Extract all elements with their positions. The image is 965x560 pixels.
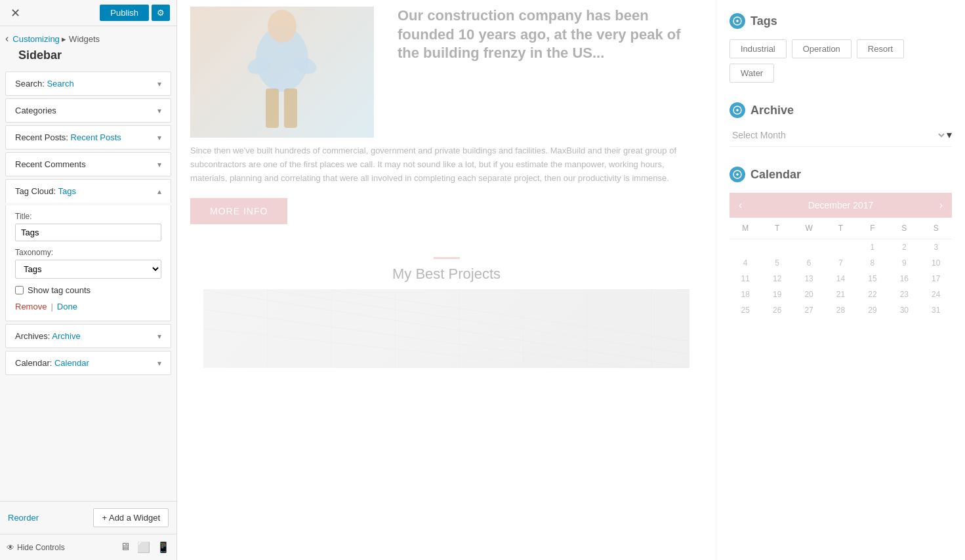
- taxonomy-label: Taxonomy:: [15, 248, 161, 257]
- breadcrumb-parent[interactable]: Customizing: [12, 34, 60, 44]
- calendar-cell[interactable]: 14: [825, 271, 856, 287]
- calendar-icon: [729, 167, 745, 182]
- widget-recent-posts-arrow: ▾: [157, 133, 161, 142]
- left-panel: ✕ Publish ⚙ ‹ Customizing ▸ Widgets Side…: [0, 0, 177, 560]
- calendar-cell[interactable]: 7: [825, 255, 856, 271]
- calendar-cell[interactable]: 4: [729, 255, 761, 271]
- calendar-prev-button[interactable]: ‹: [739, 199, 742, 211]
- done-link[interactable]: Done: [57, 302, 77, 311]
- add-widget-button[interactable]: + Add a Widget: [93, 508, 169, 527]
- tag-cloud-expanded: Title: Taxonomy: Tags Categories Post Fo…: [5, 205, 171, 321]
- article-top: Our construction company has been founde…: [190, 7, 703, 138]
- calendar-cell[interactable]: 12: [761, 271, 792, 287]
- calendar-cell[interactable]: 19: [761, 287, 792, 302]
- day-m: M: [729, 222, 761, 235]
- hide-controls-icon: 👁: [7, 543, 14, 552]
- article-heading: Our construction company has been founde…: [398, 7, 703, 63]
- tablet-icon[interactable]: ⬜: [137, 541, 150, 553]
- svg-point-1: [268, 10, 297, 43]
- right-sidebar: Tags Industrial Operation Resort Water A…: [716, 0, 965, 560]
- widget-search-label: Search: Search: [15, 79, 74, 89]
- archive-select-wrapper: Select Month ▾: [729, 129, 952, 147]
- calendar-cell: [761, 239, 792, 255]
- calendar-cell: [825, 239, 856, 255]
- calendar-cell[interactable]: 29: [857, 302, 888, 318]
- calendar-cell[interactable]: 13: [793, 271, 825, 287]
- tags-widget-title: Tags: [750, 14, 777, 28]
- calendar-cell[interactable]: 9: [888, 255, 920, 271]
- projects-svg: [203, 289, 689, 368]
- calendar-month-year: December 2017: [808, 200, 874, 210]
- more-info-button[interactable]: MORE INFO: [190, 198, 287, 224]
- person-svg: [239, 7, 325, 138]
- title-input[interactable]: [15, 224, 161, 241]
- calendar-widget-title: Calendar: [750, 168, 801, 182]
- projects-section: My Best Projects: [190, 244, 703, 381]
- calendar-cell[interactable]: 3: [920, 239, 952, 255]
- tag-operation[interactable]: Operation: [792, 39, 852, 58]
- calendar-cell[interactable]: 22: [857, 287, 888, 302]
- widget-categories[interactable]: Categories ▾: [5, 98, 171, 123]
- calendar-cell[interactable]: 10: [920, 255, 952, 271]
- calendar-cell[interactable]: 1: [857, 239, 888, 255]
- widget-tag-cloud-arrow: ▴: [157, 187, 161, 196]
- widget-tag-cloud[interactable]: Tag Cloud: Tags ▴: [5, 179, 171, 203]
- widget-categories-label: Categories: [15, 106, 56, 115]
- hide-controls[interactable]: 👁 Hide Controls: [7, 543, 65, 552]
- calendar-cell[interactable]: 5: [761, 255, 792, 271]
- calendar-cell[interactable]: 16: [888, 271, 920, 287]
- taxonomy-select[interactable]: Tags Categories Post Format: [15, 260, 161, 279]
- calendar-cell[interactable]: 8: [857, 255, 888, 271]
- calendar-cell[interactable]: 30: [888, 302, 920, 318]
- remove-link[interactable]: Remove: [15, 302, 47, 311]
- calendar-header: ‹ December 2017 ›: [729, 193, 952, 218]
- show-counts-checkbox[interactable]: [15, 286, 24, 294]
- breadcrumb-child: Widgets: [69, 34, 100, 44]
- center-content: Our construction company has been founde…: [177, 0, 716, 560]
- calendar-cell[interactable]: 28: [825, 302, 856, 318]
- tag-industrial[interactable]: Industrial: [729, 39, 787, 58]
- widget-calendar-label: Calendar: Calendar: [15, 358, 89, 368]
- calendar-next-button[interactable]: ›: [939, 199, 943, 211]
- widget-recent-comments-arrow: ▾: [157, 160, 161, 169]
- tag-resort[interactable]: Resort: [857, 39, 904, 58]
- calendar-cell[interactable]: 17: [920, 271, 952, 287]
- back-button[interactable]: ‹: [5, 33, 9, 45]
- calendar-cell[interactable]: 20: [793, 287, 825, 302]
- device-icons: 🖥 ⬜ 📱: [120, 541, 170, 553]
- hero-image: [190, 7, 374, 138]
- publish-button[interactable]: Publish: [100, 5, 149, 21]
- calendar-cell[interactable]: 6: [793, 255, 825, 271]
- breadcrumb-text: Customizing ▸ Widgets: [12, 34, 100, 44]
- gear-button[interactable]: ⚙: [152, 5, 170, 21]
- calendar-cell[interactable]: 23: [888, 287, 920, 302]
- widget-archives-arrow: ▾: [157, 332, 161, 341]
- desktop-icon[interactable]: 🖥: [120, 541, 131, 553]
- reorder-button[interactable]: Reorder: [8, 513, 39, 523]
- widget-categories-arrow: ▾: [157, 106, 161, 115]
- mobile-icon[interactable]: 📱: [157, 541, 170, 553]
- widget-tag-cloud-label: Tag Cloud: Tags: [15, 186, 76, 196]
- widget-recent-posts[interactable]: Recent Posts: Recent Posts ▾: [5, 125, 171, 150]
- calendar-cell[interactable]: 25: [729, 302, 761, 318]
- calendar-cell[interactable]: 15: [857, 271, 888, 287]
- article-section: Our construction company has been founde…: [177, 0, 716, 394]
- widget-archives[interactable]: Archives: Archive ▾: [5, 324, 171, 348]
- calendar-cell[interactable]: 26: [761, 302, 792, 318]
- widget-recent-comments[interactable]: Recent Comments ▾: [5, 152, 171, 176]
- widget-search[interactable]: Search: Search ▾: [5, 71, 171, 96]
- close-button[interactable]: ✕: [7, 5, 24, 22]
- calendar-widget: Calendar ‹ December 2017 › M T W T F S S: [729, 167, 952, 318]
- hide-controls-label: Hide Controls: [17, 543, 65, 552]
- calendar-cell[interactable]: 18: [729, 287, 761, 302]
- widget-calendar-arrow: ▾: [157, 359, 161, 368]
- tag-water[interactable]: Water: [729, 64, 774, 83]
- calendar-cell[interactable]: 2: [888, 239, 920, 255]
- archive-select[interactable]: Select Month: [729, 129, 947, 141]
- calendar-cell[interactable]: 21: [825, 287, 856, 302]
- widget-calendar[interactable]: Calendar: Calendar ▾: [5, 351, 171, 375]
- calendar-cell[interactable]: 27: [793, 302, 825, 318]
- calendar-cell[interactable]: 11: [729, 271, 761, 287]
- calendar-cell[interactable]: 24: [920, 287, 952, 302]
- calendar-cell[interactable]: 31: [920, 302, 952, 318]
